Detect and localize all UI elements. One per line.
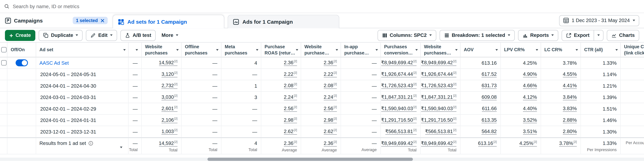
edit-button-label: Edit	[98, 32, 108, 38]
reports-button[interactable]: Reports	[518, 30, 558, 41]
column-header-inapp[interactable]: In-apppurchase…	[341, 43, 381, 57]
breakdown-button[interactable]: Breakdown: 1 selected	[439, 30, 514, 41]
metric-cell: 2.62[2]	[261, 126, 301, 138]
charts-button-label: Charts	[619, 32, 635, 38]
metric-value: ₹8,949,699.42[2]	[381, 141, 416, 147]
metric-cell: 4	[222, 57, 261, 69]
columns-button[interactable]: Columns: SPC2	[378, 30, 436, 41]
metric-value: —	[372, 117, 377, 123]
metric-cell: —	[182, 115, 222, 126]
duplicate-button[interactable]: Duplicate	[38, 30, 82, 41]
metric-cell: 1.46%	[581, 115, 621, 126]
ab-test-button[interactable]: A/B test	[120, 30, 156, 41]
scrollbar-thumb[interactable]	[208, 158, 413, 161]
row-checkbox[interactable]	[1, 60, 6, 66]
duplicate-button-label: Duplicate	[51, 32, 73, 38]
metric-cell: ₹8,949,699.42[2]	[381, 57, 420, 69]
summary-cell: 613.16[2]	[460, 138, 501, 154]
search-input[interactable]	[13, 3, 640, 9]
metric-value: ₹1,726,523.43[2]	[421, 83, 456, 89]
toolbar: + Create Duplicate Edit A/B test More Co…	[0, 28, 644, 43]
export-button[interactable]: Export	[562, 30, 594, 40]
tab-ads[interactable]: Ads for 1 Campaign	[228, 15, 339, 28]
selected-count-label: 1 selected	[76, 18, 98, 23]
metric-value: 611.66	[482, 106, 497, 112]
column-header-pconv[interactable]: Purchasesconversion…	[381, 43, 420, 57]
date-range-picker[interactable]: 1 Dec 2023 - 31 May 2024	[559, 15, 639, 26]
results-options-button[interactable]	[120, 146, 122, 148]
metric-value: 2.08[2]	[284, 83, 297, 89]
sort-caret-icon	[455, 49, 458, 51]
metric-cell	[621, 92, 644, 103]
search-icon	[4, 4, 10, 9]
column-header-attr[interactable]	[128, 43, 142, 57]
column-header-ctr[interactable]: CTR (all)	[581, 43, 621, 57]
metric-value: 3,120[2]	[162, 71, 178, 77]
metric-value: 1.30%	[603, 129, 617, 135]
metric-value: 2.24[2]	[284, 94, 297, 100]
adsets-table: Off/OnAd setWebsitepurchasesOfflinepurch…	[0, 43, 644, 154]
adset-name-link[interactable]: AASC Ad Set	[40, 60, 69, 66]
column-header-wpv[interactable]: Websitepurchase…	[301, 43, 341, 57]
footnote-marker: [2]	[453, 141, 456, 143]
column-header-offp[interactable]: Offlinepurchases	[182, 43, 222, 57]
adset-name-cell: 2024-04-01 – 2024-04-30	[36, 80, 128, 92]
clear-selection-icon[interactable]	[101, 19, 104, 22]
footnote-marker: [2]	[334, 106, 337, 108]
column-header-wp[interactable]: Websitepurchases	[142, 43, 182, 57]
create-button[interactable]: + Create	[5, 30, 35, 41]
metric-cell: —	[182, 92, 222, 103]
metric-cell: 2.08[2]	[261, 80, 301, 92]
sort-caret-icon	[136, 49, 138, 51]
footnote-marker: [2]	[574, 141, 577, 143]
breakdown-range-label: 2024-02-01 – 2024-02-29	[40, 106, 96, 112]
sort-caret-icon	[296, 49, 298, 51]
metric-cell: 1.39%	[581, 92, 621, 103]
summary-cell: —Total	[182, 138, 222, 154]
column-header-lc[interactable]: LC CR%	[541, 43, 581, 57]
metric-cell: 613.16	[460, 57, 501, 69]
select-all-checkbox[interactable]	[1, 47, 6, 52]
column-header-metap[interactable]: Metapurchases	[222, 43, 261, 57]
breakdown-range-label: 2024-01-01 – 2024-01-31	[40, 117, 96, 123]
horizontal-scrollbar[interactable]	[0, 158, 644, 161]
metric-cell: ₹1,926,674.44[2]	[420, 69, 460, 80]
summary-cell: ₹8,949,699.42[2]Total	[381, 138, 420, 154]
sort-caret-icon	[176, 49, 179, 51]
metric-value: 14,592[2]	[159, 60, 178, 66]
column-header-wpsv[interactable]: Websitepurchases…	[420, 43, 460, 57]
table-row: 2024-04-01 – 2024-04-30—2,732[2]—12.08[2…	[0, 80, 644, 92]
column-header-aov[interactable]: AOV	[460, 43, 501, 57]
metric-value: 2.24[2]	[324, 94, 337, 100]
metric-value: 3,030[2]	[162, 94, 178, 100]
metric-cell: 609.08	[460, 92, 501, 103]
adset-toggle[interactable]	[16, 59, 28, 66]
metric-value: —	[372, 60, 377, 66]
campaigns-icon	[5, 17, 11, 23]
column-header-lpv[interactable]: LPV CR%	[501, 43, 541, 57]
breakdown-range-label: 2024-05-01 – 2024-05-31	[40, 72, 96, 77]
tab-adsets[interactable]: Ad sets for 1 Campaign	[112, 15, 224, 28]
row-select-cell	[0, 69, 8, 80]
metric-value: ₹566,513.81[2]	[425, 129, 456, 135]
edit-icon	[90, 33, 96, 38]
column-header-roas[interactable]: PurchaseROAS (retur…	[261, 43, 301, 57]
column-header-adset[interactable]: Ad set	[36, 43, 128, 57]
metric-cell: 2.56[2]	[301, 103, 341, 115]
metric-value: 2,106[2]	[162, 117, 178, 123]
charts-button[interactable]: Charts	[607, 30, 639, 41]
sort-caret-icon	[576, 49, 578, 51]
footnote-marker: [2]	[174, 60, 178, 63]
metric-value: 2.80%	[563, 129, 577, 135]
metric-value: ₹1,590,940.03[2]	[381, 106, 416, 112]
export-options-button[interactable]	[594, 30, 603, 40]
selected-count-badge[interactable]: 1 selected	[73, 17, 108, 24]
more-button[interactable]: More	[159, 30, 181, 41]
metric-value: 613.16	[482, 60, 497, 66]
metric-cell	[621, 126, 644, 138]
tab-campaigns[interactable]: Campaigns 1 selected	[4, 13, 109, 28]
edit-button[interactable]: Edit	[86, 30, 117, 41]
metric-value: ₹1,291,716.50[2]	[421, 117, 456, 123]
metric-value: 1.33%	[603, 60, 617, 66]
adset-name-cell: 2024-02-01 – 2024-02-29	[36, 103, 128, 115]
